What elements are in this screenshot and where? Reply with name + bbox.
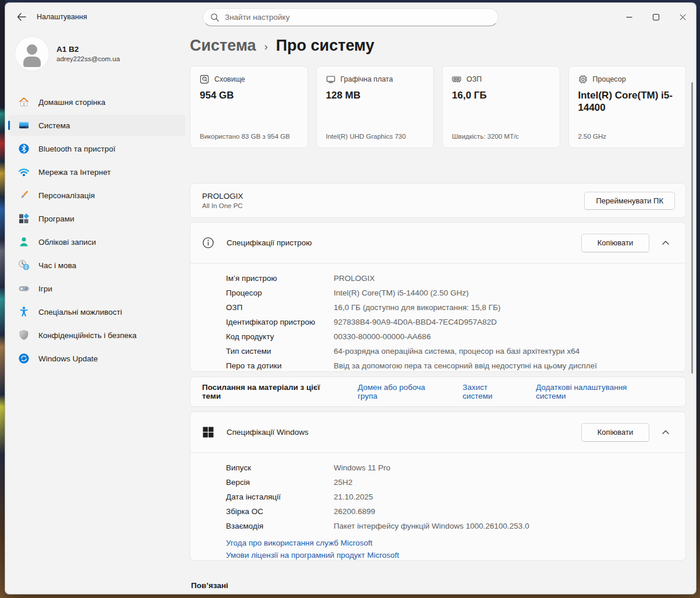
spec-value: 00330-80000-00000-AA686 xyxy=(334,329,431,344)
device-name-card: PROLOGIX All In One PC Перейменувати ПК xyxy=(190,183,686,218)
system-icon xyxy=(18,119,30,131)
card-value: Intel(R) Core(TM) i5-14400 xyxy=(578,89,677,114)
sidebar-nav: Домашня сторінка Система Bluetooth та пр… xyxy=(5,92,188,369)
sidebar-item-windows-update[interactable]: Windows Update xyxy=(8,348,185,369)
sidebar-item-personalization[interactable]: Персоналізація xyxy=(8,185,185,206)
sidebar-item-label: Конфіденційність і безпека xyxy=(38,331,136,340)
device-name: PROLOGIX xyxy=(202,192,243,200)
user-meta: A1 B2 adrey222ss@com.ua xyxy=(56,45,120,62)
spec-row: Перо та дотикиВвід за допомогою пера та … xyxy=(226,358,674,373)
minimize-icon xyxy=(626,14,632,20)
spec-value: 26200.6899 xyxy=(334,504,375,519)
sidebar-item-accounts[interactable]: Облікові записи xyxy=(8,231,185,252)
storage-card: Сховище 954 GB Використано 83 GB з 954 G… xyxy=(190,66,308,148)
page-title: Про систему xyxy=(276,37,374,55)
sidebar-item-system[interactable]: Система xyxy=(8,115,185,136)
ram-icon xyxy=(452,75,461,84)
bluetooth-icon xyxy=(18,143,30,154)
sidebar-item-home[interactable]: Домашня сторінка xyxy=(8,92,185,112)
spec-row: ВзаємодіяПакет інтерфейсу функцій Window… xyxy=(226,519,674,533)
rename-pc-button[interactable]: Перейменувати ПК xyxy=(584,192,675,210)
user-email: adrey222ss@com.ua xyxy=(56,55,120,62)
user-name: A1 B2 xyxy=(56,45,120,54)
network-icon xyxy=(18,166,30,178)
collapse-windows-specs-button[interactable] xyxy=(656,423,675,442)
breadcrumb-separator-icon: › xyxy=(264,41,268,53)
device-name-block: PROLOGIX All In One PC xyxy=(202,192,243,209)
sidebar-item-label: Спеціальні можливості xyxy=(38,308,122,316)
back-button[interactable] xyxy=(12,8,31,26)
spec-label: Взаємодія xyxy=(226,519,334,533)
link-system-protection[interactable]: Захист системи xyxy=(462,383,518,400)
link-advanced-system-settings[interactable]: Додаткові налаштування системи xyxy=(536,383,656,400)
card-title: Сховище xyxy=(214,75,245,83)
related-section-card-partial xyxy=(190,594,686,595)
copy-device-specs-button[interactable]: Копіювати xyxy=(581,234,649,252)
maximize-button[interactable] xyxy=(642,3,669,31)
personalization-icon xyxy=(18,189,30,201)
titlebar: Налаштування xyxy=(5,3,696,31)
sidebar-item-apps[interactable]: Програми xyxy=(8,208,185,229)
device-specs-header[interactable]: Специфікації пристрою Копіювати xyxy=(190,223,685,263)
spec-value: 64-розрядна операційна система, процесор… xyxy=(334,344,579,358)
sidebar-item-privacy[interactable]: Конфіденційність і безпека xyxy=(8,325,185,346)
sidebar-item-label: Windows Update xyxy=(38,354,98,363)
sidebar-item-network[interactable]: Мережа та Інтернет xyxy=(8,161,185,182)
storage-icon xyxy=(200,75,209,84)
user-account[interactable]: A1 B2 adrey222ss@com.ua xyxy=(5,31,188,74)
search-input[interactable] xyxy=(225,13,491,22)
related-links-label: Посилання на матеріали з цієї теми xyxy=(202,383,338,400)
sidebar-item-label: Облікові записи xyxy=(38,238,96,247)
sidebar-item-label: Система xyxy=(38,121,70,130)
sidebar: A1 B2 adrey222ss@com.ua Домашня сторінка… xyxy=(5,31,188,594)
close-icon xyxy=(680,14,686,20)
close-button[interactable] xyxy=(669,3,696,31)
spec-value: PROLOGIX xyxy=(334,271,375,286)
windows-specs-title: Специфікації Windows xyxy=(227,428,309,437)
spec-value: Intel(R) Core(TM) i5-14400 (2.50 GHz) xyxy=(334,286,469,300)
link-license-terms[interactable]: Умови ліцензії на програмний продукт Mic… xyxy=(226,549,674,561)
copy-windows-specs-button[interactable]: Копіювати xyxy=(581,423,649,442)
settings-window: Налаштування A1 B2 adrey222ss@com. xyxy=(5,2,697,595)
sidebar-item-gaming[interactable]: Ігри xyxy=(8,278,185,299)
chevron-up-icon xyxy=(662,241,669,245)
desktop: { "colors": { "accent": "#0067c0", "link… xyxy=(0,0,700,598)
vertical-scrollbar[interactable] xyxy=(691,82,693,374)
spec-row: Ідентифікатор пристрою927838B4-90A9-4D0A… xyxy=(226,315,674,329)
cpu-card: Процесор Intel(R) Core(TM) i5-14400 2.50… xyxy=(568,66,687,148)
spec-label: Ідентифікатор пристрою xyxy=(226,315,334,329)
spec-row: Тип системи64-розрядна операційна систем… xyxy=(226,344,674,358)
minimize-button[interactable] xyxy=(616,3,642,31)
breadcrumb: Система › Про систему xyxy=(190,37,374,55)
search-icon xyxy=(210,13,220,22)
card-detail: 2.50 GHz xyxy=(578,133,607,140)
spec-label: Дата інсталяції xyxy=(226,490,334,504)
sidebar-item-label: Домашня сторінка xyxy=(38,98,105,107)
sidebar-item-label: Програми xyxy=(38,214,74,223)
search-box[interactable] xyxy=(203,8,499,26)
windows-specs-header[interactable]: Специфікації Windows Копіювати xyxy=(190,412,685,453)
card-title: Процесор xyxy=(593,75,626,83)
sidebar-item-time-language[interactable]: Час і мова xyxy=(8,255,185,276)
link-services-agreement[interactable]: Угода про використання служб Microsoft xyxy=(226,537,674,549)
card-detail: Швидкість: 3200 МТ/с xyxy=(452,133,519,140)
maximize-icon xyxy=(653,14,659,20)
spec-value: Пакет інтерфейсу функцій Windows 1000.26… xyxy=(334,519,529,533)
main-content: Система › Про систему Сховище 954 GB Вик… xyxy=(190,31,686,594)
sidebar-item-label: Мережа та Інтернет xyxy=(38,168,111,177)
spec-value: Ввід за допомогою пера та сенсорний ввід… xyxy=(334,358,597,373)
collapse-device-specs-button[interactable] xyxy=(656,234,675,252)
sidebar-item-accessibility[interactable]: Спеціальні можливості xyxy=(8,301,185,322)
device-specs-rows: Ім’я пристроюPROLOGIX ПроцесорIntel(R) C… xyxy=(190,263,685,373)
spec-label: Перо та дотики xyxy=(226,358,334,373)
window-controls xyxy=(616,3,696,31)
card-title: Графічна плата xyxy=(341,75,393,83)
time-language-icon xyxy=(18,259,30,271)
windows-specs-links: Угода про використання служб Microsoft У… xyxy=(190,533,685,561)
spec-row: Збірка ОС26200.6899 xyxy=(226,504,674,519)
sidebar-item-bluetooth[interactable]: Bluetooth та пристрої xyxy=(8,138,185,159)
device-subtitle: All In One PC xyxy=(202,202,243,209)
spec-row: Дата інсталяції21.10.2025 xyxy=(226,490,674,504)
link-domain-workgroup[interactable]: Домен або робоча група xyxy=(358,383,445,400)
breadcrumb-parent[interactable]: Система xyxy=(190,37,256,55)
